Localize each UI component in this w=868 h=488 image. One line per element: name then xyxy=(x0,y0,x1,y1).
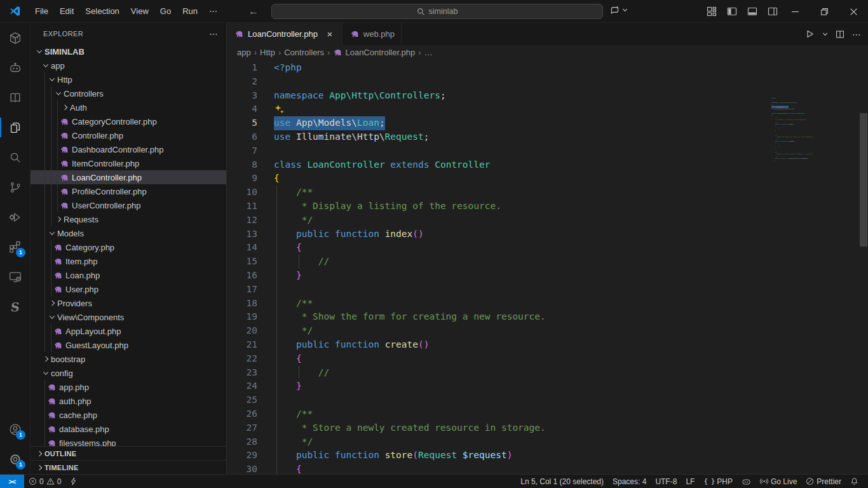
tree-item-auth-php[interactable]: auth.php xyxy=(31,394,226,408)
menu-view[interactable]: View xyxy=(125,3,154,20)
minimize-icon[interactable] xyxy=(780,0,810,23)
breadcrumb-item[interactable]: Controllers xyxy=(284,48,324,57)
explorer-more-actions-icon[interactable]: ⋯ xyxy=(209,29,219,39)
code-line-29[interactable]: 29 public function store(Request $reques… xyxy=(227,449,868,463)
remote-indicator[interactable]: >< xyxy=(0,475,24,488)
tree-item-loan-php[interactable]: Loan.php xyxy=(31,268,226,282)
code-line-27[interactable]: 27 * Store a newly created resource in s… xyxy=(227,421,868,435)
code-line-1[interactable]: 1<?php xyxy=(227,61,868,75)
tree-item-database-php[interactable]: database.php xyxy=(31,422,226,436)
menu-more-icon[interactable]: ⋯ xyxy=(203,3,223,20)
code-line-18[interactable]: 18 /** xyxy=(227,297,868,311)
tab-web-php[interactable]: web.php xyxy=(342,23,402,45)
code-line-28[interactable]: 28 */ xyxy=(227,435,868,449)
code-line-23[interactable]: 23 // xyxy=(227,366,868,380)
status-prettier[interactable]: Prettier xyxy=(801,475,846,488)
tree-item-user-php[interactable]: User.php xyxy=(31,282,226,296)
tree-item-providers[interactable]: Providers xyxy=(31,296,226,310)
more-actions-icon[interactable]: ⋯ xyxy=(852,29,862,39)
tree-item-dashboardcontroller-php[interactable]: DashboardController.php xyxy=(31,142,226,156)
activity-explorer-icon[interactable] xyxy=(0,112,30,142)
code-line-11[interactable]: 11 * Display a listing of the resource. xyxy=(227,200,868,214)
activity-settings-gear-icon[interactable]: 1 xyxy=(0,444,30,474)
activity-docs-book-icon[interactable] xyxy=(0,83,30,112)
menu-edit[interactable]: Edit xyxy=(54,3,79,20)
code-line-16[interactable]: 16 } xyxy=(227,269,868,283)
split-editor-icon[interactable] xyxy=(836,30,844,39)
code-line-19[interactable]: 19 * Show the form for creating a new re… xyxy=(227,310,868,324)
activity-accounts-icon[interactable]: 1 xyxy=(0,414,30,444)
tree-item-auth[interactable]: Auth xyxy=(31,100,226,114)
tree-item-view-components[interactable]: View\Components xyxy=(31,310,226,324)
breadcrumb-item[interactable]: LoanController.php xyxy=(333,48,415,57)
menu-run[interactable]: Run xyxy=(177,3,203,20)
code-line-15[interactable]: 15 // xyxy=(227,255,868,269)
tab-loancontroller-php[interactable]: LoanController.php× xyxy=(227,23,342,45)
copilot-menu-button[interactable] xyxy=(609,4,628,15)
menu-selection[interactable]: Selection xyxy=(79,3,125,20)
status-lf[interactable]: LF xyxy=(681,475,699,488)
toggle-sidebar-right-icon[interactable] xyxy=(768,6,778,17)
restore-icon[interactable] xyxy=(810,0,839,23)
code-line-22[interactable]: 22 { xyxy=(227,352,868,366)
activity-search-icon[interactable] xyxy=(0,142,30,172)
tree-item-models[interactable]: Models xyxy=(31,226,226,240)
tree-item-requests[interactable]: Requests xyxy=(31,212,226,226)
code-line-21[interactable]: 21 public function create() xyxy=(227,338,868,352)
tree-item-bootstrap[interactable]: bootstrap xyxy=(31,352,226,366)
code-line-9[interactable]: 9{ xyxy=(227,172,868,186)
code-line-8[interactable]: 8class LoanController extends Controller xyxy=(227,158,868,172)
tree-item-app-php[interactable]: app.php xyxy=(31,380,226,394)
tree-item-http[interactable]: Http xyxy=(31,72,226,86)
tree-item-app[interactable]: app xyxy=(31,58,226,72)
code-line-20[interactable]: 20 */ xyxy=(227,324,868,338)
code-line-26[interactable]: 26 /** xyxy=(227,407,868,421)
code-line-14[interactable]: 14 { xyxy=(227,241,868,255)
code-line-3[interactable]: 3namespace App\Http\Controllers; xyxy=(227,89,868,103)
tree-item-filesystems-php[interactable]: filesystems.php xyxy=(31,436,226,446)
customize-layout-icon[interactable] xyxy=(707,6,717,17)
code-editor[interactable]: 1<?php23namespace App\Http\Controllers;4… xyxy=(227,59,868,474)
code-line-13[interactable]: 13 public function index() xyxy=(227,227,868,241)
code-line-12[interactable]: 12 */ xyxy=(227,214,868,227)
code-line-4[interactable]: 4 xyxy=(227,102,868,116)
code-line-17[interactable]: 17 xyxy=(227,283,868,297)
activity-container-icon[interactable] xyxy=(0,23,30,53)
toggle-panel-icon[interactable] xyxy=(747,6,757,17)
activity-chat-robot-icon[interactable] xyxy=(0,53,30,83)
breadcrumb-item[interactable]: … xyxy=(424,48,433,57)
toggle-sidebar-left-icon[interactable] xyxy=(727,6,737,17)
breadcrumb-item[interactable]: Http xyxy=(260,48,275,57)
breadcrumb-item[interactable]: app xyxy=(237,48,251,57)
tree-item-loancontroller-php[interactable]: LoanController.php xyxy=(31,170,226,184)
scrollbar-thumb[interactable] xyxy=(860,113,867,247)
activity-s-extension-icon[interactable]: S xyxy=(0,292,30,322)
problems-indicator[interactable]: 00 xyxy=(24,475,65,488)
chevron-down-icon[interactable] xyxy=(822,31,828,37)
activity-remote-explorer-icon[interactable] xyxy=(0,262,30,292)
close-icon[interactable] xyxy=(839,0,868,23)
status-lightning-icon[interactable] xyxy=(65,475,81,488)
activity-source-control-icon[interactable] xyxy=(0,172,30,202)
tree-item-guestlayout-php[interactable]: GuestLayout.php xyxy=(31,338,226,352)
activity-extensions-icon[interactable]: 1 xyxy=(0,232,30,262)
tree-item-usercontroller-php[interactable]: UserController.php xyxy=(31,198,226,212)
code-line-30[interactable]: 30 { xyxy=(227,463,868,474)
activity-run-debug-icon[interactable] xyxy=(0,202,30,232)
status-utf-8[interactable]: UTF-8 xyxy=(651,475,681,488)
code-line-7[interactable]: 7 xyxy=(227,144,868,158)
status-go-live[interactable]: Go Live xyxy=(756,475,801,488)
tree-item-profilecontroller-php[interactable]: ProfileController.php xyxy=(31,184,226,198)
status-copilot-icon[interactable] xyxy=(737,475,756,488)
code-line-24[interactable]: 24 } xyxy=(227,379,868,393)
close-icon[interactable]: × xyxy=(324,29,336,39)
tree-item-categorycontroller-php[interactable]: CategoryController.php xyxy=(31,114,226,128)
code-line-25[interactable]: 25 xyxy=(227,393,868,407)
status-bell-icon[interactable] xyxy=(846,475,863,488)
sidebar-section-outline[interactable]: OUTLINE xyxy=(31,446,226,460)
status-ln-5-col-1-20-selected-[interactable]: Ln 5, Col 1 (20 selected) xyxy=(516,475,608,488)
command-center-search[interactable]: siminlab xyxy=(271,4,603,19)
tree-item-siminlab[interactable]: SIMINLAB xyxy=(31,44,226,58)
tree-item-cache-php[interactable]: cache.php xyxy=(31,408,226,422)
tree-item-itemcontroller-php[interactable]: ItemController.php xyxy=(31,156,226,170)
